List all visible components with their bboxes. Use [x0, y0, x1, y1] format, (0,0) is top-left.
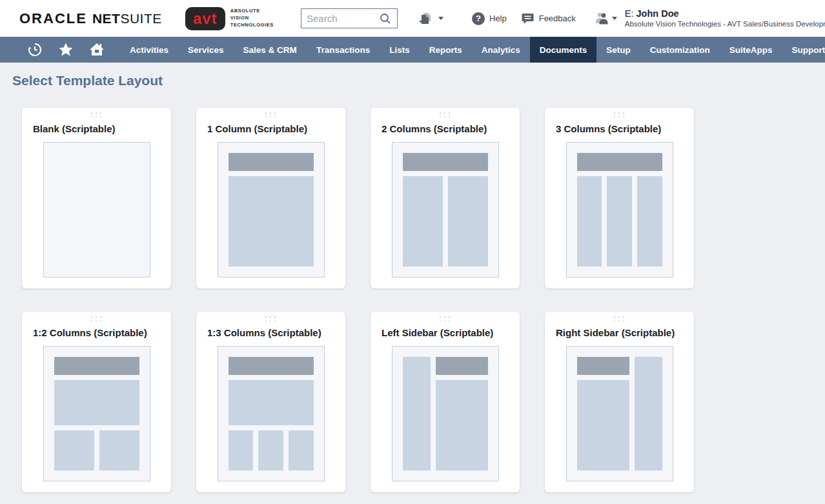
top-header: ORACLE NETSUITE avt ABSOLUTE VISION TECH… — [0, 0, 825, 37]
feedback-icon — [521, 12, 535, 25]
preview-content-block — [403, 176, 443, 267]
preview-content-block — [635, 357, 662, 470]
nav-item-analytics[interactable]: Analytics — [472, 37, 530, 63]
preview-content-block — [54, 380, 139, 425]
drag-handle-icon[interactable] — [91, 316, 103, 321]
preview-content-block — [229, 176, 314, 267]
drag-handle-icon[interactable] — [614, 112, 626, 117]
nav-icon-group — [0, 37, 112, 63]
nav-item-activities[interactable]: Activities — [120, 37, 178, 63]
preview-content-block — [229, 430, 254, 470]
preview-header-block — [436, 357, 488, 375]
home-icon[interactable] — [81, 37, 112, 63]
nav-item-customization[interactable]: Customization — [640, 37, 720, 63]
nav-item-support[interactable]: Support — [782, 37, 825, 63]
template-card-two-columns[interactable]: 2 Columns (Scriptable) — [371, 108, 520, 288]
template-layout-preview — [43, 346, 150, 481]
nav-menu: ActivitiesServicesSales & CRMTransaction… — [120, 37, 825, 63]
user-role-details: Absolute Vision Technologies - AVT Sales… — [625, 19, 825, 29]
nav-item-suiteapps[interactable]: SuiteApps — [720, 37, 782, 63]
preview-header-block — [54, 357, 139, 375]
template-layout-preview — [566, 346, 673, 481]
template-layout-preview — [392, 346, 499, 481]
nav-item-transactions[interactable]: Transactions — [307, 37, 380, 63]
template-layout-preview — [218, 346, 325, 481]
recent-records-icon[interactable] — [19, 37, 50, 63]
template-card-one-two-columns[interactable]: 1:2 Columns (Scriptable) — [22, 312, 171, 492]
drag-handle-icon[interactable] — [91, 112, 103, 117]
nav-item-setup[interactable]: Setup — [596, 37, 640, 63]
main-navigation: ActivitiesServicesSales & CRMTransaction… — [0, 37, 825, 63]
preview-content-block — [577, 380, 629, 470]
user-name: E: John Doe — [625, 8, 825, 20]
template-card-blank[interactable]: Blank (Scriptable) — [22, 108, 171, 288]
drag-handle-icon[interactable] — [265, 316, 277, 321]
create-new-menu[interactable] — [417, 10, 443, 27]
chevron-down-icon — [438, 17, 443, 20]
template-card-right-sidebar[interactable]: Right Sidebar (Scriptable) — [545, 312, 694, 492]
template-card-one-column[interactable]: 1 Column (Scriptable) — [196, 108, 345, 288]
chevron-down-icon — [612, 17, 617, 20]
template-card-left-sidebar[interactable]: Left Sidebar (Scriptable) — [371, 312, 520, 492]
nav-item-reports[interactable]: Reports — [420, 37, 472, 63]
page-title: Select Template Layout — [0, 63, 825, 88]
preview-content-block — [577, 176, 602, 267]
preview-content-block — [436, 380, 488, 470]
preview-content-block — [229, 380, 314, 425]
preview-header-block — [577, 153, 662, 171]
nav-item-lists[interactable]: Lists — [380, 37, 420, 63]
nav-item-documents[interactable]: Documents — [530, 37, 597, 63]
favorites-star-icon[interactable] — [50, 37, 81, 63]
preview-content-block — [637, 176, 662, 267]
nav-item-sales-crm[interactable]: Sales & CRM — [234, 37, 307, 63]
create-new-icon — [417, 10, 434, 27]
template-layout-preview — [566, 142, 673, 277]
help-button[interactable]: ? Help — [472, 12, 507, 25]
preview-header-block — [577, 357, 629, 375]
search-input[interactable] — [307, 13, 379, 24]
drag-handle-icon[interactable] — [440, 316, 451, 321]
preview-content-block — [99, 430, 139, 470]
preview-content-block — [607, 176, 632, 267]
drag-handle-icon[interactable] — [440, 112, 451, 117]
nav-item-services[interactable]: Services — [178, 37, 234, 63]
drag-handle-icon[interactable] — [265, 112, 277, 117]
oracle-wordmark: ORACLE — [19, 10, 87, 27]
preview-content-block — [289, 430, 314, 470]
template-layout-preview — [218, 142, 325, 277]
feedback-button[interactable]: Feedback — [521, 12, 576, 25]
roles-icon — [593, 10, 611, 27]
preview-content-block — [258, 430, 283, 470]
preview-content-block — [403, 357, 431, 470]
template-grid: Blank (Scriptable) 1 Column (Scriptable)… — [0, 88, 825, 492]
help-icon: ? — [472, 12, 485, 25]
preview-header-block — [229, 357, 314, 375]
company-logo-text: ABSOLUTE VISION TECHNOLOGIES — [230, 8, 274, 29]
template-card-three-columns[interactable]: 3 Columns (Scriptable) — [545, 108, 694, 288]
preview-header-block — [403, 153, 488, 171]
avt-logo-badge: avt — [185, 7, 225, 30]
drag-handle-icon[interactable] — [614, 316, 626, 321]
search-icon[interactable] — [379, 12, 392, 25]
global-search[interactable] — [301, 8, 398, 28]
template-layout-preview — [392, 142, 499, 277]
preview-content-block — [54, 430, 94, 470]
preview-header-block — [229, 153, 314, 171]
template-card-one-three-columns[interactable]: 1:3 Columns (Scriptable) — [196, 312, 345, 492]
oracle-netsuite-logo: ORACLE NETSUITE — [19, 10, 162, 27]
user-role-info: E: John Doe Absolute Vision Technologies… — [625, 8, 825, 30]
company-logo: avt ABSOLUTE VISION TECHNOLOGIES — [185, 7, 274, 30]
preview-content-block — [448, 176, 488, 267]
template-layout-preview — [43, 142, 150, 277]
role-switcher[interactable] — [593, 10, 617, 27]
